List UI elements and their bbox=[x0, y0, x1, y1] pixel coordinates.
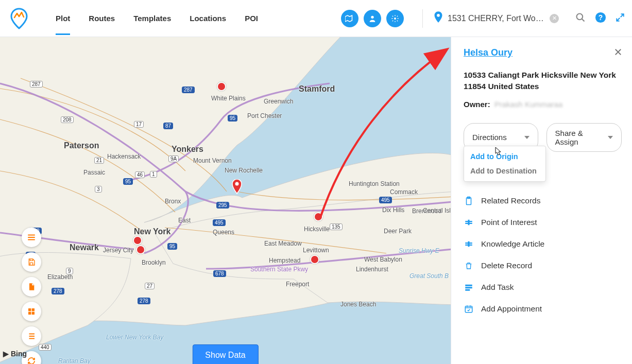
svg-rect-8 bbox=[32, 308, 35, 311]
action-related-records[interactable]: Related Records bbox=[464, 192, 622, 210]
chevron-down-icon bbox=[608, 136, 613, 139]
save-button[interactable] bbox=[22, 252, 41, 272]
show-data-button[interactable]: Show Data bbox=[192, 344, 258, 364]
route-shield: 46 bbox=[135, 171, 145, 178]
layers-button[interactable] bbox=[22, 326, 41, 346]
route-shield: 21 bbox=[94, 157, 104, 164]
svg-point-2 bbox=[577, 13, 583, 20]
map-marker[interactable] bbox=[133, 236, 142, 245]
action-delete-record[interactable]: Delete Record bbox=[464, 257, 622, 274]
map-marker[interactable] bbox=[217, 82, 226, 91]
route-shield: 1 bbox=[150, 171, 157, 178]
route-shield: 95 bbox=[123, 178, 133, 185]
map-pin-marker[interactable] bbox=[232, 179, 242, 195]
list-view-button[interactable] bbox=[22, 228, 41, 247]
route-shield: 495 bbox=[213, 219, 226, 226]
svg-rect-9 bbox=[28, 312, 31, 315]
address-text: 1531 CHERRY, Fort Worth… bbox=[448, 14, 545, 23]
svg-rect-20 bbox=[465, 289, 470, 291]
document-button[interactable] bbox=[22, 277, 41, 297]
action-point-of-interest[interactable]: Point of Interest bbox=[464, 214, 622, 231]
svg-point-6 bbox=[235, 182, 239, 186]
route-shield: 678 bbox=[213, 270, 226, 277]
bing-attribution: ▶ Bing bbox=[3, 350, 27, 358]
record-address: 10533 Caliangt Park Hicksville New York … bbox=[464, 70, 622, 93]
route-shield: 17 bbox=[134, 121, 144, 128]
main-nav: PlotRoutesTemplatesLocationsPOI bbox=[56, 2, 258, 35]
route-shield: 27 bbox=[145, 283, 155, 289]
nav-routes[interactable]: Routes bbox=[89, 2, 115, 35]
svg-point-0 bbox=[371, 15, 373, 18]
route-shield: 135 bbox=[330, 223, 343, 230]
route-shield: 95 bbox=[228, 115, 237, 122]
add-to-origin-item[interactable]: Add to Origin bbox=[464, 149, 545, 164]
close-sidebar-icon[interactable] bbox=[613, 47, 623, 59]
action-add-appointment[interactable]: Add Appointment bbox=[464, 300, 622, 318]
route-shield: 278 bbox=[52, 288, 64, 294]
svg-rect-21 bbox=[465, 306, 472, 313]
svg-rect-18 bbox=[465, 285, 472, 286]
settings-button[interactable] bbox=[386, 10, 404, 27]
grid-button[interactable] bbox=[22, 302, 41, 321]
route-shield: 278 bbox=[138, 298, 150, 304]
map-tools bbox=[22, 228, 41, 364]
record-actions: Related RecordsPoint of InterestKnowledg… bbox=[464, 192, 622, 318]
map-canvas[interactable]: StamfordWhite PlainsGreenwichPort Cheste… bbox=[0, 37, 451, 364]
add-to-destination-item[interactable]: Add to Destination bbox=[464, 164, 545, 178]
cursor-icon bbox=[492, 146, 502, 161]
calendar-icon bbox=[464, 304, 474, 314]
address-box[interactable]: 1531 CHERRY, Fort Worth… ✕ bbox=[433, 11, 559, 26]
map-marker[interactable] bbox=[314, 212, 323, 221]
route-shield: 495 bbox=[379, 197, 392, 203]
svg-text:?: ? bbox=[599, 13, 603, 21]
svg-rect-10 bbox=[32, 312, 35, 315]
clipboard-icon bbox=[464, 196, 474, 205]
route-shield: 208 bbox=[61, 116, 74, 123]
svg-rect-17 bbox=[468, 241, 470, 247]
svg-point-1 bbox=[394, 18, 396, 20]
pin-icon bbox=[433, 11, 443, 26]
route-shield: 287 bbox=[182, 86, 195, 93]
action-knowledge-article[interactable]: Knowledge Article bbox=[464, 235, 622, 253]
chevron-down-icon bbox=[524, 136, 529, 139]
poi-icon bbox=[464, 218, 474, 227]
route-shield: 87 bbox=[163, 123, 173, 129]
route-shield: 3 bbox=[95, 186, 102, 193]
nav-plot[interactable]: Plot bbox=[56, 2, 70, 35]
directions-menu: Add to Origin Add to Destination bbox=[464, 146, 546, 182]
detail-sidebar: Helsa Oury 10533 Caliangt Park Hicksvill… bbox=[451, 37, 632, 364]
user-mode-button[interactable] bbox=[364, 10, 381, 27]
expand-icon[interactable] bbox=[616, 13, 625, 24]
nav-templates[interactable]: Templates bbox=[133, 2, 171, 35]
task-icon bbox=[464, 283, 474, 292]
record-title-link[interactable]: Helsa Oury bbox=[464, 47, 513, 58]
route-shield: 95 bbox=[167, 243, 177, 250]
clear-address-icon[interactable]: ✕ bbox=[550, 14, 559, 23]
nav-poi[interactable]: POI bbox=[245, 2, 258, 35]
nav-locations[interactable]: Locations bbox=[190, 2, 226, 35]
help-icon[interactable]: ? bbox=[595, 12, 606, 25]
share-assign-dropdown[interactable]: Share & Assign bbox=[546, 123, 622, 152]
route-shield: 295 bbox=[216, 202, 229, 209]
header: PlotRoutesTemplatesLocationsPOI 1531 CHE… bbox=[0, 0, 632, 37]
route-shield: 287 bbox=[30, 81, 43, 88]
trash-icon bbox=[464, 261, 474, 270]
svg-rect-19 bbox=[465, 287, 472, 288]
app-logo bbox=[7, 7, 31, 30]
svg-rect-7 bbox=[28, 308, 31, 311]
route-shield: 9 bbox=[66, 268, 73, 274]
map-marker[interactable] bbox=[310, 255, 319, 264]
search-icon[interactable] bbox=[575, 12, 586, 25]
record-owner: Owner:Prakash Kummaraa bbox=[464, 100, 622, 109]
route-shield: 9A bbox=[168, 155, 179, 162]
map-marker[interactable] bbox=[136, 245, 145, 254]
article-icon bbox=[464, 239, 474, 249]
map-mode-button[interactable] bbox=[341, 10, 358, 27]
action-add-task[interactable]: Add Task bbox=[464, 279, 622, 296]
svg-rect-14 bbox=[468, 220, 470, 226]
